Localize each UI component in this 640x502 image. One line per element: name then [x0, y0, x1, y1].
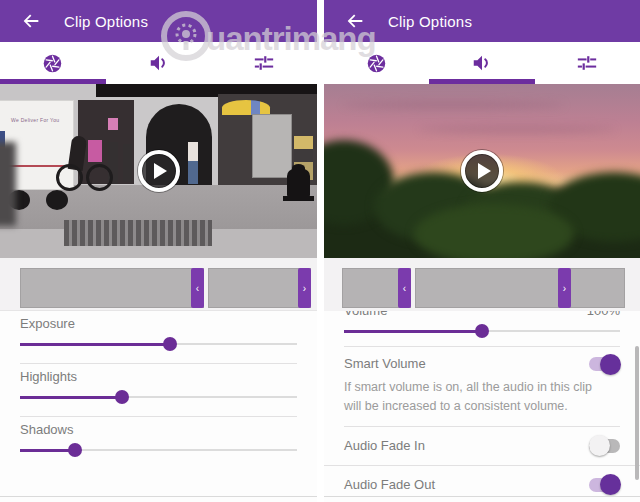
truck-stripe-shape: [7, 165, 67, 167]
toggle-knob: [589, 435, 610, 456]
highlights-row: Highlights: [0, 364, 317, 417]
trim-handle-out[interactable]: ›: [558, 268, 571, 308]
speaker-icon: [148, 52, 170, 74]
trim-handle-out[interactable]: ›: [298, 268, 311, 308]
trim-strip-left[interactable]: ‹: [20, 268, 204, 308]
storefront-sign-shape: [108, 118, 118, 130]
sliders-icon: [576, 52, 598, 74]
bike-wheel-shape: [86, 164, 113, 191]
trim-bar: ‹ ›: [324, 258, 640, 311]
bike-wheel-shape: [56, 164, 83, 191]
truck-slogan-text: We Deliver For You: [11, 117, 59, 123]
hydrant-shape: [287, 169, 310, 197]
play-icon: [478, 163, 491, 179]
truck-wheel-shape: [46, 190, 68, 210]
pedestrian-shape: [188, 142, 198, 184]
audio-fade-in-label: Audio Fade In: [344, 438, 425, 454]
play-button[interactable]: [461, 150, 503, 192]
slider-thumb[interactable]: [475, 324, 489, 338]
play-icon: [154, 163, 167, 179]
aperture-icon: [366, 53, 387, 74]
highlights-slider[interactable]: [20, 390, 297, 404]
back-arrow-icon: [344, 10, 366, 32]
slider-thumb[interactable]: [163, 337, 177, 351]
tree-shape: [414, 204, 574, 258]
chevron-left-icon: ‹: [403, 283, 406, 294]
video-preview-sunset[interactable]: [324, 84, 640, 258]
tab-bar: [0, 42, 317, 84]
audio-fade-in-toggle[interactable]: [589, 439, 620, 453]
trim-strip-right[interactable]: ›: [415, 268, 625, 308]
shadows-row: Shadows: [0, 417, 317, 457]
trim-strip-left[interactable]: ‹: [342, 268, 411, 308]
audio-fade-in-row: Audio Fade In: [324, 427, 640, 465]
tab-bar: [324, 42, 640, 84]
grate-shape: [64, 220, 212, 246]
tab-adjust[interactable]: [535, 42, 640, 84]
tab-audio[interactable]: [106, 42, 212, 84]
back-arrow-icon: [20, 10, 42, 32]
page-title: Clip Options: [388, 13, 472, 30]
play-button[interactable]: [138, 150, 180, 192]
divider: [324, 496, 640, 497]
shadows-slider[interactable]: [20, 443, 297, 457]
smart-volume-row: Smart Volume If smart volume is on, all …: [324, 347, 640, 427]
volume-slider[interactable]: [344, 324, 620, 338]
exposure-slider[interactable]: [20, 337, 297, 351]
app-bar: Clip Options: [0, 0, 317, 42]
food-cart-shape: [252, 114, 292, 178]
divider: [0, 496, 317, 497]
highlights-label: Highlights: [20, 369, 297, 385]
smart-volume-toggle[interactable]: [589, 357, 620, 371]
trim-handle-in[interactable]: ‹: [191, 268, 204, 308]
smart-volume-label: Smart Volume: [344, 356, 426, 372]
tab-exposure[interactable]: [0, 42, 106, 84]
trim-handle-in[interactable]: ‹: [398, 268, 411, 308]
pedestrian-shape: [123, 144, 132, 182]
chevron-right-icon: ›: [303, 283, 306, 294]
panel-exposure-screen: Clip Options: [0, 0, 317, 502]
exposure-row: Exposure: [0, 311, 317, 364]
back-button[interactable]: [18, 8, 44, 34]
audio-fade-out-toggle[interactable]: [589, 478, 620, 492]
trim-strip-right[interactable]: ›: [208, 268, 311, 308]
toggle-knob: [600, 354, 621, 375]
aperture-icon: [42, 53, 63, 74]
slider-thumb[interactable]: [115, 390, 129, 404]
page-title: Clip Options: [64, 13, 148, 30]
sliders-icon: [253, 52, 275, 74]
slider-fill: [20, 396, 122, 399]
back-button[interactable]: [342, 8, 368, 34]
chevron-right-icon: ›: [563, 283, 566, 294]
panel-audio-screen: Clip Options: [324, 0, 640, 502]
trim-bar: ‹ ›: [0, 258, 317, 311]
toggle-knob: [600, 474, 621, 495]
smart-volume-description: If smart volume is on, all the audio in …: [344, 378, 620, 417]
app-bar: Clip Options: [324, 0, 640, 42]
chevron-left-icon: ‹: [196, 283, 199, 294]
tab-exposure[interactable]: [324, 42, 429, 84]
storefront-display-shape: [88, 140, 102, 162]
slider-thumb[interactable]: [68, 443, 82, 457]
slider-fill: [20, 343, 170, 346]
cloud-shape: [419, 126, 615, 133]
tab-audio[interactable]: [429, 42, 534, 84]
foreground-blur-shape: [0, 142, 16, 226]
video-preview-street[interactable]: We Deliver For You: [0, 84, 317, 258]
exposure-label: Exposure: [20, 316, 297, 332]
divider: [344, 346, 620, 347]
hydrant-base-shape: [283, 196, 314, 201]
audio-fade-out-label: Audio Fade Out: [344, 477, 435, 493]
speaker-icon: [471, 52, 493, 74]
slider-fill: [344, 330, 482, 333]
tab-adjust[interactable]: [211, 42, 317, 84]
scrollbar-thumb[interactable]: [635, 346, 639, 480]
slider-fill: [20, 449, 75, 452]
shadows-label: Shadows: [20, 422, 297, 438]
food-cart-umbrella-shape: [222, 100, 270, 115]
screen: Clip Options: [0, 0, 640, 502]
